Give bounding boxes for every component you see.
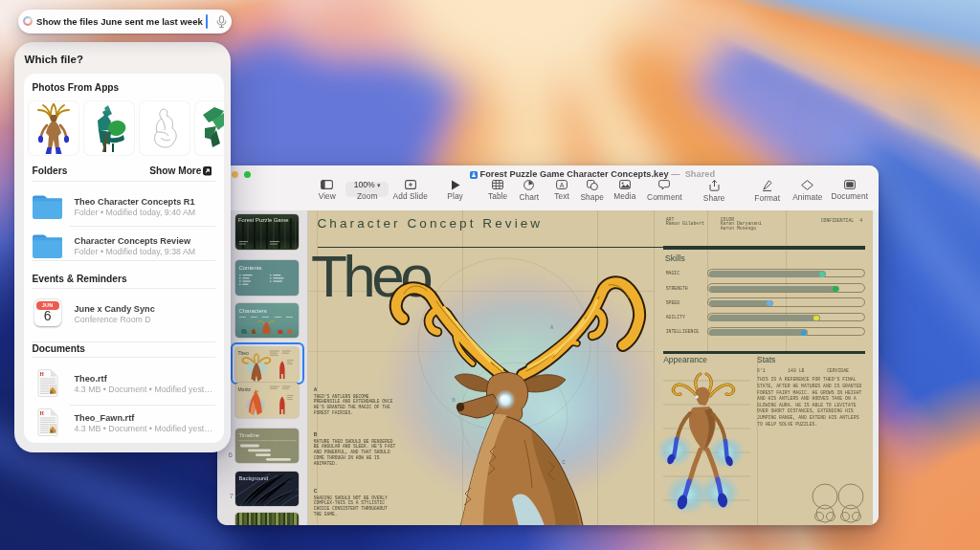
svg-text:Characters: Characters <box>238 308 266 314</box>
svg-text:H: H <box>40 370 45 376</box>
svg-text:Contents: Contents <box>238 265 261 271</box>
svg-text:Moritz: Moritz <box>237 386 251 392</box>
svg-text:Theo: Theo <box>237 350 249 356</box>
svg-text:Timeline: Timeline <box>238 432 259 438</box>
svg-text:H: H <box>40 409 45 415</box>
svg-text:Forest Puzzle Game: Forest Puzzle Game <box>238 218 289 224</box>
svg-text:Background: Background <box>238 475 268 481</box>
